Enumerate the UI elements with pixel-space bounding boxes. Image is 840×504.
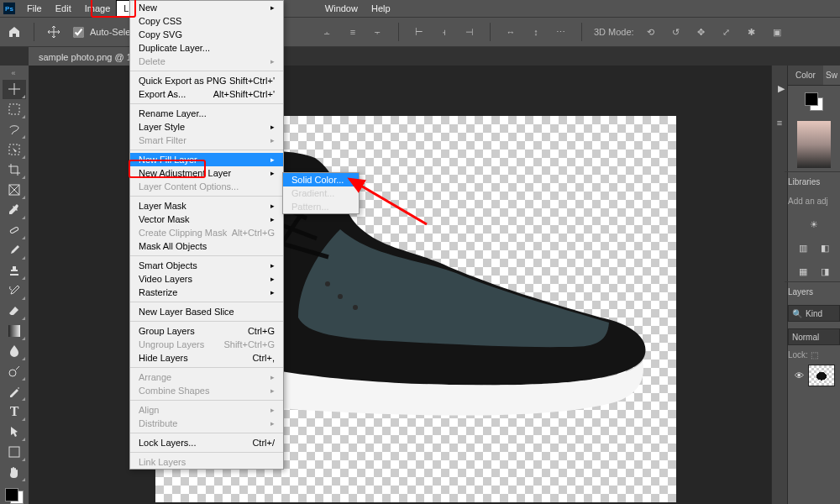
svg-rect-3 [10,227,19,234]
object-select-tool[interactable] [3,140,26,160]
menu-item[interactable]: Copy CSS [130,14,283,28]
layer-row[interactable]: 👁 [790,361,838,390]
color-swatch[interactable] [805,92,823,111]
gradient-tool[interactable] [3,322,26,341]
fg-bg-swatch[interactable] [5,488,24,504]
menu-item[interactable]: New▸ [130,1,283,14]
adj-icon-2[interactable]: ◧ [814,238,836,258]
menu-item[interactable]: Quick Export as PNGShift+Ctrl+' [130,74,283,87]
eraser-tool[interactable] [3,302,26,321]
color-picker-strip[interactable] [797,121,831,168]
menu-item[interactable]: Group LayersCtrl+G [130,324,283,338]
brush-tool[interactable] [3,241,26,260]
menu-item[interactable]: Export As...Alt+Shift+Ctrl+' [130,87,283,101]
menu-item[interactable]: Rasterize▸ [130,286,283,299]
svg-rect-6 [9,447,19,457]
auto-select-checkbox[interactable]: Auto-Select [70,24,138,40]
menu-item[interactable]: Mask All Objects [130,239,283,253]
pen-tool[interactable] [3,382,26,402]
marquee-tool[interactable] [3,100,26,119]
path-select-tool[interactable] [3,423,26,442]
swatches-tab[interactable]: Sw [823,66,840,86]
menu-item: Layer Content Options... [130,180,283,193]
adj-icon-3[interactable]: ▦ [792,261,814,281]
menu-item[interactable]: New Layer Based Slice [130,305,283,318]
submenu-item[interactable]: Gradient... [283,186,359,200]
options-bar: Auto-Select ⫠ ≡ ⫟ ⊢ ⫞ ⊣ ↔ ↕ ⋯ 3D Mode: ⟲… [0,17,840,47]
adj-brightness-icon[interactable]: ☀ [803,214,825,234]
layer-filter-select[interactable]: 🔍 Kind [788,305,840,322]
tools-panel: « T [0,66,29,504]
menu-item[interactable]: Layer Style▸ [130,120,283,134]
align-left-icon[interactable]: ⊢ [411,24,428,40]
blur-tool[interactable] [3,342,26,361]
3d-slide-icon[interactable]: ⤢ [718,24,735,40]
frame-tool[interactable] [3,181,26,200]
panel-grip-icon[interactable]: « [8,69,20,77]
libraries-panel-header[interactable]: Libraries [785,171,840,192]
align-bottom-icon[interactable]: ⫟ [370,24,386,40]
svg-rect-0 [9,104,19,114]
layer-thumbnail[interactable] [808,365,835,386]
menu-item[interactable]: Vector Mask▸ [130,213,283,226]
eyedropper-tool[interactable] [3,201,26,220]
shape-tool[interactable] [3,443,26,462]
menu-item[interactable]: Duplicate Layer... [130,41,283,55]
distribute-v-icon[interactable]: ↕ [528,24,544,40]
3d-roll-icon[interactable]: ↺ [668,24,685,40]
distribute-h-icon[interactable]: ↔ [502,24,519,40]
menu-item[interactable]: Hide LayersCtrl+, [130,351,283,365]
menu-item[interactable]: Rename Layer... [130,107,283,120]
history-brush-tool[interactable] [3,281,26,301]
menu-edit[interactable]: Edit [49,1,78,16]
crop-tool[interactable] [3,160,26,180]
healing-tool[interactable] [3,221,26,240]
home-icon[interactable] [7,24,22,39]
menu-image[interactable]: Image [78,1,118,16]
submenu-item[interactable]: Pattern... [283,200,359,213]
hamburger-icon[interactable]: ≡ [777,118,782,128]
hand-tool[interactable] [3,463,26,482]
menu-item[interactable]: New Fill Layer▸ [130,153,283,166]
menu-item[interactable]: Video Layers▸ [130,272,283,286]
adj-icon-4[interactable]: ◨ [814,261,836,281]
menu-help[interactable]: Help [365,1,397,16]
3d-pan-icon[interactable]: ✥ [693,24,710,40]
menubar: Ps File Edit Image Layer Window Help [0,0,840,17]
more-icon[interactable]: ⋯ [553,24,570,40]
menu-file[interactable]: File [20,1,49,16]
align-hcenter-icon[interactable]: ⫞ [436,24,453,40]
stamp-tool[interactable] [3,261,26,281]
menu-item[interactable]: Layer Mask▸ [130,199,283,213]
3d-zoom-icon[interactable]: ✱ [743,24,760,40]
photoshop-icon: Ps [3,3,15,14]
menu-window[interactable]: Window [318,1,365,16]
3d-camera-icon[interactable]: ▣ [769,24,785,40]
lasso-tool[interactable] [3,120,26,139]
color-tab[interactable]: Color [788,66,823,86]
menu-item: Align▸ [130,403,283,417]
menu-item: Distribute▸ [130,417,283,430]
blend-mode-select[interactable]: Normal [788,328,840,345]
layers-panel-header[interactable]: Layers [785,281,840,302]
move-tool[interactable] [3,80,26,99]
move-tool-icon[interactable] [46,24,61,39]
align-top-icon[interactable]: ⫠ [319,24,336,40]
menu-item[interactable]: Copy SVG [130,28,283,41]
menu-item: Arrange▸ [130,370,283,384]
dodge-tool[interactable] [3,362,26,381]
align-right-icon[interactable]: ⊣ [461,24,478,40]
type-tool[interactable]: T [3,402,26,422]
menu-item[interactable]: Smart Objects▸ [130,259,283,272]
menu-item[interactable]: New Adjustment Layer▸ [130,166,283,180]
submenu-item[interactable]: Solid Color... [283,173,359,186]
3d-orbit-icon[interactable]: ⟲ [643,24,659,40]
menu-item: Link Layers [130,455,283,469]
3d-mode-label: 3D Mode: [594,27,634,37]
right-panel: Color Sw Libraries Add an adj ☀ ▥ ◧ ▦ ◨ … [787,66,840,504]
align-vcenter-icon[interactable]: ≡ [344,24,361,40]
menu-item[interactable]: Lock Layers...Ctrl+/ [130,436,283,449]
svg-point-8 [338,294,343,299]
visibility-icon[interactable]: 👁 [793,370,805,381]
adj-icon-1[interactable]: ▥ [792,238,814,258]
